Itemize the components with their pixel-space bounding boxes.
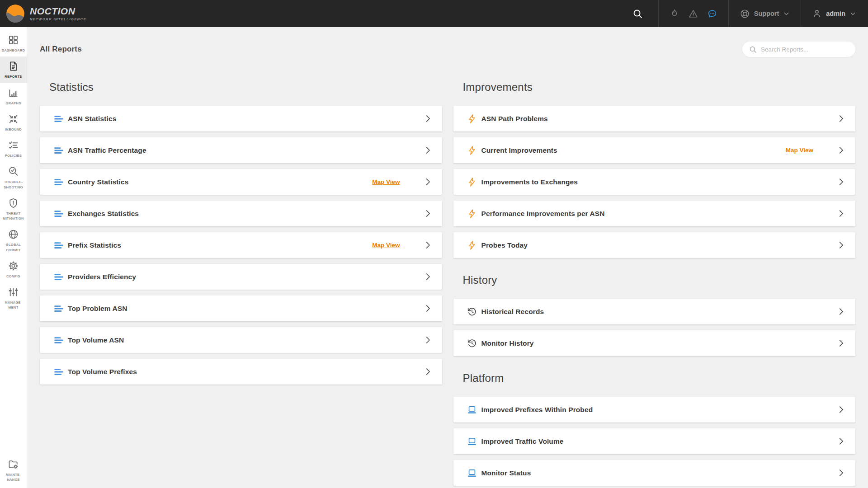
sidebar-item-config[interactable]: CONFIG	[0, 256, 27, 282]
laptop-icon	[467, 404, 477, 415]
map-view-link[interactable]: Map View	[786, 147, 813, 154]
life-ring-icon	[740, 9, 750, 19]
sidebar-item-inbound[interactable]: INBOUND	[0, 109, 27, 136]
page-title: All Reports	[40, 45, 82, 54]
user-icon	[812, 9, 822, 19]
sidebar-item-label: REPORTS	[5, 74, 22, 79]
config-gear-icon	[8, 260, 19, 272]
reports-search-input[interactable]	[761, 46, 849, 53]
chevron-right-icon	[424, 272, 432, 281]
management-sliders-icon	[8, 286, 19, 298]
report-row-label: Improved Prefixes Within Probed	[481, 406, 593, 414]
sidebar: DASHBOARDREPORTSGRAPHSINBOUNDPOLICIESTRO…	[0, 27, 27, 488]
lightning-icon	[467, 208, 477, 219]
report-row-country-statistics[interactable]: Country StatisticsMap View	[40, 169, 442, 195]
report-row-label: Top Problem ASN	[68, 305, 127, 313]
report-row-probes-today[interactable]: Probes Today	[453, 232, 856, 258]
chevron-right-icon	[837, 405, 845, 414]
report-row-label: Monitor Status	[481, 469, 531, 477]
laptop-icon	[467, 468, 477, 478]
alerts-warning-button[interactable]	[688, 9, 698, 19]
list-lines-icon	[53, 303, 64, 314]
sidebar-item-label: CONFIG	[6, 274, 20, 279]
report-row-performance-improvements-per-asn[interactable]: Performance Improvements per ASN	[453, 201, 856, 226]
report-row-label: Top Volume ASN	[68, 336, 124, 344]
dashboard-grid-icon	[8, 34, 19, 46]
report-row-label: Historical Records	[481, 308, 544, 316]
chevron-right-icon	[424, 241, 432, 249]
report-row-label: Improved Traffic Volume	[481, 437, 564, 446]
report-row-monitor-status[interactable]: Monitor Status	[453, 460, 856, 486]
flame-icon	[670, 9, 679, 19]
right-column: ImprovementsASN Path ProblemsCurrent Imp…	[453, 57, 856, 488]
events-flame-button[interactable]	[670, 9, 679, 19]
report-row-improvements-to-exchanges[interactable]: Improvements to Exchanges	[453, 169, 856, 195]
sidebar-item-mainte-nance[interactable]: MAINTE-NANCE	[0, 455, 27, 486]
report-row-label: Exchanges Statistics	[68, 210, 139, 218]
report-row-providers-efficiency[interactable]: Providers Efficiency	[40, 264, 442, 290]
chevron-right-icon	[424, 209, 432, 218]
report-row-current-improvements[interactable]: Current ImprovementsMap View	[453, 137, 856, 163]
reports-document-icon	[8, 61, 19, 72]
chevron-right-icon	[424, 146, 432, 155]
report-row-top-volume-asn[interactable]: Top Volume ASN	[40, 327, 442, 353]
chevron-down-icon	[849, 10, 856, 17]
report-row-asn-statistics[interactable]: ASN Statistics	[40, 106, 442, 131]
reports-toolbar: All Reports	[40, 42, 855, 57]
report-row-monitor-history[interactable]: Monitor History	[453, 330, 856, 356]
report-row-top-problem-asn[interactable]: Top Problem ASN	[40, 296, 442, 321]
reports-search	[742, 42, 855, 57]
sidebar-item-dashboard[interactable]: DASHBOARD	[0, 30, 27, 56]
report-row-label: Providers Efficiency	[68, 273, 136, 281]
report-row-asn-traffic-percentage[interactable]: ASN Traffic Percentage	[40, 137, 442, 163]
chevron-right-icon	[837, 339, 845, 347]
lightning-icon	[467, 145, 477, 155]
map-view-link[interactable]: Map View	[372, 178, 400, 185]
list-lines-icon	[53, 366, 64, 377]
chevron-right-icon	[424, 304, 432, 313]
report-columns: StatisticsASN StatisticsASN Traffic Perc…	[40, 57, 855, 488]
sidebar-item-label: TROUBLE-SHOOTING	[1, 179, 26, 190]
report-row-label: Top Volume Prefixes	[68, 368, 137, 376]
threat-mitigation-shield-icon	[8, 197, 19, 209]
sidebar-item-manage-ment[interactable]: MANAGE-MENT	[0, 282, 27, 314]
global-search-button[interactable]	[617, 0, 658, 27]
search-icon	[749, 46, 757, 53]
report-row-improved-prefixes-within-probed[interactable]: Improved Prefixes Within Probed	[453, 397, 856, 422]
section-title-platform: Platform	[463, 372, 856, 385]
sidebar-item-threat-mitigation[interactable]: THREAT MITIGATION	[0, 193, 27, 225]
sidebar-item-graphs[interactable]: GRAPHS	[0, 83, 27, 109]
report-row-improved-traffic-volume[interactable]: Improved Traffic Volume	[453, 428, 856, 454]
noction-logo-mark-icon	[6, 4, 25, 23]
sidebar-item-global-commit[interactable]: GLOBAL COMMIT	[0, 225, 27, 256]
list-lines-icon	[53, 240, 64, 250]
report-row-exchanges-statistics[interactable]: Exchanges Statistics	[40, 201, 442, 226]
list-lines-icon	[53, 113, 64, 124]
map-view-link[interactable]: Map View	[372, 242, 400, 249]
report-row-label: ASN Statistics	[68, 115, 116, 123]
report-row-top-volume-prefixes[interactable]: Top Volume Prefixes	[40, 359, 442, 385]
user-menu[interactable]: admin	[812, 9, 856, 19]
chevron-right-icon	[837, 469, 845, 477]
sidebar-item-policies[interactable]: POLICIES	[0, 136, 27, 162]
lightning-icon	[467, 177, 477, 187]
sidebar-item-label: GRAPHS	[6, 101, 21, 106]
warning-triangle-icon	[688, 9, 698, 19]
username-label: admin	[826, 10, 845, 17]
chat-button[interactable]	[707, 9, 717, 19]
report-row-prefix-statistics[interactable]: Prefix StatisticsMap View	[40, 232, 442, 258]
sidebar-item-trouble-shooting[interactable]: TROUBLE-SHOOTING	[0, 162, 27, 193]
section-title-improvements: Improvements	[463, 81, 856, 94]
sidebar-item-label: DASHBOARD	[2, 48, 25, 53]
report-row-historical-records[interactable]: Historical Records	[453, 299, 856, 324]
report-row-label: ASN Path Problems	[481, 115, 548, 123]
report-row-asn-path-problems[interactable]: ASN Path Problems	[453, 106, 856, 131]
history-clock-icon	[467, 338, 477, 348]
chevron-right-icon	[837, 241, 845, 249]
list-lines-icon	[53, 272, 64, 282]
chevron-right-icon	[424, 114, 432, 123]
support-menu[interactable]: Support	[740, 9, 790, 19]
list-lines-icon	[53, 208, 64, 219]
sidebar-item-reports[interactable]: REPORTS	[0, 56, 27, 83]
report-row-label: ASN Traffic Percentage	[68, 146, 146, 155]
